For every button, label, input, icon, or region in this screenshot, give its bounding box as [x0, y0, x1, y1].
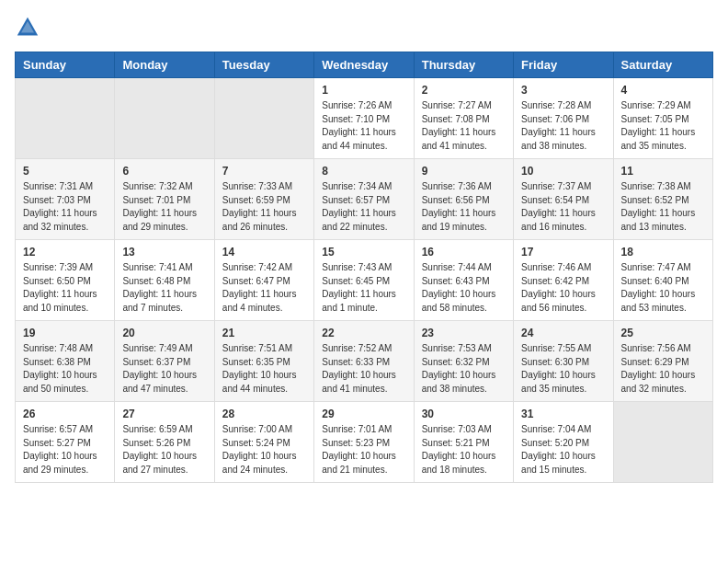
day-info: Sunrise: 7:29 AM Sunset: 7:05 PM Dayligh… [621, 99, 705, 153]
day-number: 29 [322, 408, 405, 420]
calendar-cell: 29Sunrise: 7:01 AM Sunset: 5:23 PM Dayli… [314, 402, 414, 483]
day-info: Sunrise: 7:28 AM Sunset: 7:06 PM Dayligh… [521, 99, 605, 153]
calendar-week-3: 12Sunrise: 7:39 AM Sunset: 6:50 PM Dayli… [16, 240, 713, 321]
day-info: Sunrise: 7:48 AM Sunset: 6:38 PM Dayligh… [23, 342, 107, 396]
day-number: 15 [322, 246, 405, 259]
calendar-cell: 22Sunrise: 7:52 AM Sunset: 6:33 PM Dayli… [314, 321, 414, 402]
calendar-cell: 26Sunrise: 6:57 AM Sunset: 5:27 PM Dayli… [16, 402, 115, 483]
calendar-cell: 27Sunrise: 6:59 AM Sunset: 5:26 PM Dayli… [115, 402, 214, 483]
day-number: 30 [422, 408, 506, 420]
day-info: Sunrise: 7:34 AM Sunset: 6:57 PM Dayligh… [322, 180, 405, 234]
calendar-cell: 2Sunrise: 7:27 AM Sunset: 7:08 PM Daylig… [414, 78, 513, 159]
calendar-cell: 3Sunrise: 7:28 AM Sunset: 7:06 PM Daylig… [514, 78, 613, 159]
calendar-cell: 5Sunrise: 7:31 AM Sunset: 7:03 PM Daylig… [16, 159, 115, 240]
calendar-cell: 8Sunrise: 7:34 AM Sunset: 6:57 PM Daylig… [314, 159, 414, 240]
calendar-cell: 23Sunrise: 7:53 AM Sunset: 6:32 PM Dayli… [414, 321, 513, 402]
day-number: 19 [23, 327, 107, 339]
day-number: 13 [122, 246, 206, 259]
calendar-cell: 11Sunrise: 7:38 AM Sunset: 6:52 PM Dayli… [613, 159, 712, 240]
day-number: 21 [222, 327, 306, 339]
day-info: Sunrise: 7:26 AM Sunset: 7:10 PM Dayligh… [322, 99, 405, 153]
day-header-monday: Monday [115, 52, 214, 78]
calendar-cell: 25Sunrise: 7:56 AM Sunset: 6:29 PM Dayli… [613, 321, 712, 402]
day-info: Sunrise: 7:44 AM Sunset: 6:43 PM Dayligh… [422, 261, 506, 315]
day-header-wednesday: Wednesday [314, 52, 414, 78]
calendar-week-5: 26Sunrise: 6:57 AM Sunset: 5:27 PM Dayli… [16, 402, 713, 483]
day-info: Sunrise: 7:33 AM Sunset: 6:59 PM Dayligh… [222, 180, 306, 234]
day-info: Sunrise: 7:46 AM Sunset: 6:42 PM Dayligh… [521, 261, 605, 315]
calendar-cell: 31Sunrise: 7:04 AM Sunset: 5:20 PM Dayli… [514, 402, 613, 483]
calendar-cell: 7Sunrise: 7:33 AM Sunset: 6:59 PM Daylig… [214, 159, 313, 240]
day-info: Sunrise: 7:39 AM Sunset: 6:50 PM Dayligh… [23, 261, 107, 315]
calendar-cell: 17Sunrise: 7:46 AM Sunset: 6:42 PM Dayli… [514, 240, 613, 321]
calendar-cell [16, 78, 115, 159]
day-number: 8 [322, 165, 405, 178]
calendar-cell: 20Sunrise: 7:49 AM Sunset: 6:37 PM Dayli… [115, 321, 214, 402]
calendar-cell: 21Sunrise: 7:51 AM Sunset: 6:35 PM Dayli… [214, 321, 313, 402]
day-header-saturday: Saturday [613, 52, 712, 78]
day-info: Sunrise: 7:31 AM Sunset: 7:03 PM Dayligh… [23, 180, 107, 234]
calendar-week-2: 5Sunrise: 7:31 AM Sunset: 7:03 PM Daylig… [16, 159, 713, 240]
day-number: 5 [23, 165, 107, 178]
calendar-cell: 15Sunrise: 7:43 AM Sunset: 6:45 PM Dayli… [314, 240, 414, 321]
day-number: 4 [621, 84, 705, 97]
calendar-week-4: 19Sunrise: 7:48 AM Sunset: 6:38 PM Dayli… [16, 321, 713, 402]
day-info: Sunrise: 7:37 AM Sunset: 6:54 PM Dayligh… [521, 180, 605, 234]
day-number: 9 [422, 165, 506, 178]
calendar-cell: 24Sunrise: 7:55 AM Sunset: 6:30 PM Dayli… [514, 321, 613, 402]
day-number: 24 [521, 327, 605, 339]
day-number: 31 [521, 408, 605, 420]
day-number: 10 [521, 165, 605, 178]
day-number: 18 [621, 246, 705, 259]
calendar-cell: 6Sunrise: 7:32 AM Sunset: 7:01 PM Daylig… [115, 159, 214, 240]
day-number: 16 [422, 246, 506, 259]
calendar-cell [214, 78, 313, 159]
calendar-cell: 28Sunrise: 7:00 AM Sunset: 5:24 PM Dayli… [214, 402, 313, 483]
day-info: Sunrise: 7:27 AM Sunset: 7:08 PM Dayligh… [422, 99, 506, 153]
calendar-cell: 30Sunrise: 7:03 AM Sunset: 5:21 PM Dayli… [414, 402, 513, 483]
calendar-cell: 16Sunrise: 7:44 AM Sunset: 6:43 PM Dayli… [414, 240, 513, 321]
day-number: 3 [521, 84, 605, 97]
day-info: Sunrise: 7:43 AM Sunset: 6:45 PM Dayligh… [322, 261, 405, 315]
day-info: Sunrise: 7:32 AM Sunset: 7:01 PM Dayligh… [122, 180, 206, 234]
day-number: 14 [222, 246, 306, 259]
day-number: 22 [322, 327, 405, 339]
calendar-header-row: SundayMondayTuesdayWednesdayThursdayFrid… [16, 52, 713, 78]
day-info: Sunrise: 7:55 AM Sunset: 6:30 PM Dayligh… [521, 342, 605, 396]
day-info: Sunrise: 7:03 AM Sunset: 5:21 PM Dayligh… [422, 423, 506, 477]
day-number: 1 [322, 84, 405, 97]
day-number: 23 [422, 327, 506, 339]
day-number: 27 [122, 408, 206, 420]
day-number: 20 [122, 327, 206, 339]
logo-icon [15, 15, 40, 40]
logo [15, 15, 44, 40]
day-info: Sunrise: 7:36 AM Sunset: 6:56 PM Dayligh… [422, 180, 506, 234]
calendar-cell: 1Sunrise: 7:26 AM Sunset: 7:10 PM Daylig… [314, 78, 414, 159]
calendar-cell: 19Sunrise: 7:48 AM Sunset: 6:38 PM Dayli… [16, 321, 115, 402]
calendar-table: SundayMondayTuesdayWednesdayThursdayFrid… [15, 52, 713, 483]
day-number: 26 [23, 408, 107, 420]
day-info: Sunrise: 7:04 AM Sunset: 5:20 PM Dayligh… [521, 423, 605, 477]
day-number: 2 [422, 84, 506, 97]
day-number: 7 [222, 165, 306, 178]
day-number: 28 [222, 408, 306, 420]
day-info: Sunrise: 7:53 AM Sunset: 6:32 PM Dayligh… [422, 342, 506, 396]
day-header-friday: Friday [514, 52, 613, 78]
day-number: 11 [621, 165, 705, 178]
calendar-week-1: 1Sunrise: 7:26 AM Sunset: 7:10 PM Daylig… [16, 78, 713, 159]
day-info: Sunrise: 7:49 AM Sunset: 6:37 PM Dayligh… [122, 342, 206, 396]
calendar-cell: 4Sunrise: 7:29 AM Sunset: 7:05 PM Daylig… [613, 78, 712, 159]
calendar-cell: 9Sunrise: 7:36 AM Sunset: 6:56 PM Daylig… [414, 159, 513, 240]
day-info: Sunrise: 7:38 AM Sunset: 6:52 PM Dayligh… [621, 180, 705, 234]
calendar-cell: 10Sunrise: 7:37 AM Sunset: 6:54 PM Dayli… [514, 159, 613, 240]
day-info: Sunrise: 7:41 AM Sunset: 6:48 PM Dayligh… [122, 261, 206, 315]
day-info: Sunrise: 7:01 AM Sunset: 5:23 PM Dayligh… [322, 423, 405, 477]
day-header-sunday: Sunday [16, 52, 115, 78]
day-number: 25 [621, 327, 705, 339]
day-header-thursday: Thursday [414, 52, 513, 78]
day-info: Sunrise: 6:59 AM Sunset: 5:26 PM Dayligh… [122, 423, 206, 477]
day-info: Sunrise: 7:00 AM Sunset: 5:24 PM Dayligh… [222, 423, 306, 477]
day-info: Sunrise: 7:52 AM Sunset: 6:33 PM Dayligh… [322, 342, 405, 396]
calendar-cell [115, 78, 214, 159]
day-info: Sunrise: 7:42 AM Sunset: 6:47 PM Dayligh… [222, 261, 306, 315]
